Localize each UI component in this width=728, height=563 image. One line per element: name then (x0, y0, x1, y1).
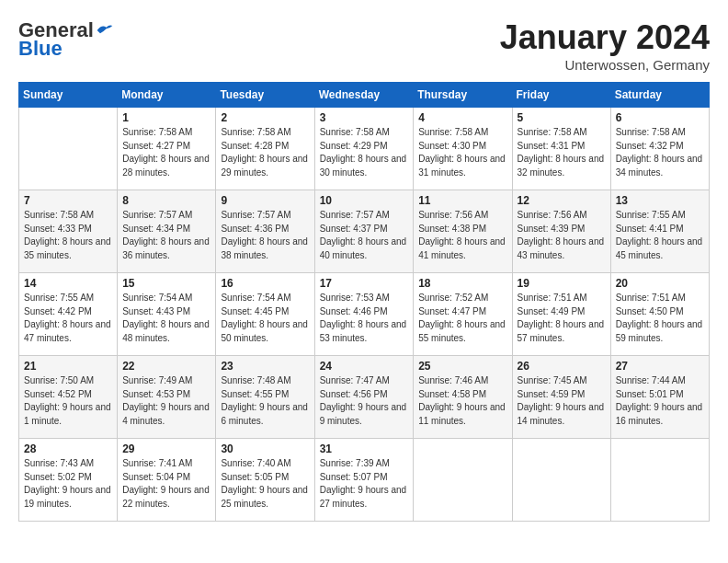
day-number: 25 (418, 360, 506, 373)
col-wednesday: Wednesday (314, 83, 414, 108)
table-row (19, 108, 118, 190)
col-tuesday: Tuesday (216, 83, 314, 108)
day-number: 11 (418, 194, 506, 207)
day-number: 7 (24, 194, 112, 207)
day-number: 24 (320, 360, 409, 373)
day-number: 26 (518, 360, 606, 373)
col-friday: Friday (512, 83, 610, 108)
table-row (610, 439, 709, 522)
table-row: 15 Sunrise: 7:54 AMSunset: 4:43 PMDaylig… (118, 273, 216, 356)
day-number: 15 (122, 277, 210, 290)
day-number: 19 (518, 277, 606, 290)
day-number: 5 (518, 111, 606, 124)
day-number: 13 (616, 194, 704, 207)
table-row: 10 Sunrise: 7:57 AMSunset: 4:37 PMDaylig… (314, 190, 414, 273)
table-row: 17 Sunrise: 7:53 AMSunset: 4:46 PMDaylig… (314, 273, 414, 356)
calendar-week-row: 1 Sunrise: 7:58 AMSunset: 4:27 PMDayligh… (19, 108, 710, 190)
day-number: 8 (122, 194, 210, 207)
day-number: 14 (24, 277, 112, 290)
day-number: 4 (418, 111, 506, 124)
day-info: Sunrise: 7:49 AMSunset: 4:53 PMDaylight:… (122, 374, 210, 428)
table-row: 14 Sunrise: 7:55 AMSunset: 4:42 PMDaylig… (19, 273, 118, 356)
day-number: 29 (122, 442, 210, 455)
table-row: 29 Sunrise: 7:41 AMSunset: 5:04 PMDaylig… (118, 439, 216, 522)
logo-bird-icon (96, 22, 114, 39)
table-row: 16 Sunrise: 7:54 AMSunset: 4:45 PMDaylig… (216, 273, 314, 356)
calendar-week-row: 21 Sunrise: 7:50 AMSunset: 4:52 PMDaylig… (19, 356, 710, 439)
day-info: Sunrise: 7:57 AMSunset: 4:37 PMDaylight:… (320, 209, 409, 262)
month-title: January 2024 (500, 18, 710, 57)
table-row: 18 Sunrise: 7:52 AMSunset: 4:47 PMDaylig… (414, 273, 512, 356)
day-number: 23 (221, 360, 309, 373)
day-info: Sunrise: 7:54 AMSunset: 4:43 PMDaylight:… (122, 292, 210, 345)
table-row: 8 Sunrise: 7:57 AMSunset: 4:34 PMDayligh… (118, 190, 216, 273)
day-info: Sunrise: 7:54 AMSunset: 4:45 PMDaylight:… (221, 292, 309, 345)
day-info: Sunrise: 7:58 AMSunset: 4:27 PMDaylight:… (122, 126, 210, 179)
day-number: 2 (221, 111, 309, 124)
day-info: Sunrise: 7:55 AMSunset: 4:42 PMDaylight:… (24, 292, 112, 345)
day-number: 9 (221, 194, 309, 207)
day-info: Sunrise: 7:51 AMSunset: 4:50 PMDaylight:… (616, 292, 704, 345)
table-row: 2 Sunrise: 7:58 AMSunset: 4:28 PMDayligh… (216, 108, 314, 190)
day-info: Sunrise: 7:47 AMSunset: 4:56 PMDaylight:… (320, 374, 409, 428)
day-info: Sunrise: 7:58 AMSunset: 4:30 PMDaylight:… (418, 126, 506, 179)
day-info: Sunrise: 7:53 AMSunset: 4:46 PMDaylight:… (320, 292, 409, 345)
day-info: Sunrise: 7:52 AMSunset: 4:47 PMDaylight:… (418, 292, 506, 345)
location-subtitle: Unterwossen, Germany (500, 57, 710, 73)
table-row: 26 Sunrise: 7:45 AMSunset: 4:59 PMDaylig… (512, 356, 610, 439)
day-info: Sunrise: 7:48 AMSunset: 4:55 PMDaylight:… (221, 374, 309, 428)
table-row: 1 Sunrise: 7:58 AMSunset: 4:27 PMDayligh… (118, 108, 216, 190)
day-info: Sunrise: 7:56 AMSunset: 4:39 PMDaylight:… (518, 209, 606, 262)
table-row: 3 Sunrise: 7:58 AMSunset: 4:29 PMDayligh… (314, 108, 414, 190)
calendar-table: Sunday Monday Tuesday Wednesday Thursday… (18, 82, 710, 522)
day-number: 30 (221, 442, 309, 455)
day-info: Sunrise: 7:41 AMSunset: 5:04 PMDaylight:… (122, 457, 210, 511)
day-number: 17 (320, 277, 409, 290)
table-row: 22 Sunrise: 7:49 AMSunset: 4:53 PMDaylig… (118, 356, 216, 439)
table-row: 9 Sunrise: 7:57 AMSunset: 4:36 PMDayligh… (216, 190, 314, 273)
day-info: Sunrise: 7:57 AMSunset: 4:34 PMDaylight:… (122, 209, 210, 262)
day-info: Sunrise: 7:43 AMSunset: 5:02 PMDaylight:… (24, 457, 112, 511)
day-info: Sunrise: 7:46 AMSunset: 4:58 PMDaylight:… (418, 374, 506, 428)
calendar-week-row: 28 Sunrise: 7:43 AMSunset: 5:02 PMDaylig… (19, 439, 710, 522)
table-row: 25 Sunrise: 7:46 AMSunset: 4:58 PMDaylig… (414, 356, 512, 439)
day-info: Sunrise: 7:45 AMSunset: 4:59 PMDaylight:… (518, 374, 606, 428)
day-number: 1 (122, 111, 210, 124)
title-block: January 2024 Unterwossen, Germany (500, 18, 710, 73)
day-number: 16 (221, 277, 309, 290)
day-info: Sunrise: 7:58 AMSunset: 4:33 PMDaylight:… (24, 209, 112, 262)
col-sunday: Sunday (19, 83, 118, 108)
day-info: Sunrise: 7:51 AMSunset: 4:49 PMDaylight:… (518, 292, 606, 345)
day-info: Sunrise: 7:58 AMSunset: 4:32 PMDaylight:… (616, 126, 704, 179)
table-row (512, 439, 610, 522)
day-number: 6 (616, 111, 704, 124)
calendar-header-row: Sunday Monday Tuesday Wednesday Thursday… (19, 83, 710, 108)
day-info: Sunrise: 7:39 AMSunset: 5:07 PMDaylight:… (320, 457, 409, 511)
logo: General Blue (18, 18, 114, 61)
table-row: 12 Sunrise: 7:56 AMSunset: 4:39 PMDaylig… (512, 190, 610, 273)
day-info: Sunrise: 7:40 AMSunset: 5:05 PMDaylight:… (221, 457, 309, 511)
day-info: Sunrise: 7:58 AMSunset: 4:31 PMDaylight:… (518, 126, 606, 179)
col-saturday: Saturday (610, 83, 709, 108)
table-row: 4 Sunrise: 7:58 AMSunset: 4:30 PMDayligh… (414, 108, 512, 190)
day-number: 3 (320, 111, 409, 124)
table-row: 11 Sunrise: 7:56 AMSunset: 4:38 PMDaylig… (414, 190, 512, 273)
table-row: 28 Sunrise: 7:43 AMSunset: 5:02 PMDaylig… (19, 439, 118, 522)
day-info: Sunrise: 7:58 AMSunset: 4:29 PMDaylight:… (320, 126, 409, 179)
table-row (414, 439, 512, 522)
day-info: Sunrise: 7:56 AMSunset: 4:38 PMDaylight:… (418, 209, 506, 262)
logo-blue-text: Blue (18, 37, 63, 60)
table-row: 7 Sunrise: 7:58 AMSunset: 4:33 PMDayligh… (19, 190, 118, 273)
table-row: 30 Sunrise: 7:40 AMSunset: 5:05 PMDaylig… (216, 439, 314, 522)
day-info: Sunrise: 7:55 AMSunset: 4:41 PMDaylight:… (616, 209, 704, 262)
col-thursday: Thursday (414, 83, 512, 108)
day-info: Sunrise: 7:50 AMSunset: 4:52 PMDaylight:… (24, 374, 112, 428)
day-number: 27 (616, 360, 704, 373)
day-number: 21 (24, 360, 112, 373)
table-row: 5 Sunrise: 7:58 AMSunset: 4:31 PMDayligh… (512, 108, 610, 190)
table-row: 31 Sunrise: 7:39 AMSunset: 5:07 PMDaylig… (314, 439, 414, 522)
day-number: 31 (320, 442, 409, 455)
day-number: 28 (24, 442, 112, 455)
table-row: 13 Sunrise: 7:55 AMSunset: 4:41 PMDaylig… (610, 190, 709, 273)
col-monday: Monday (118, 83, 216, 108)
